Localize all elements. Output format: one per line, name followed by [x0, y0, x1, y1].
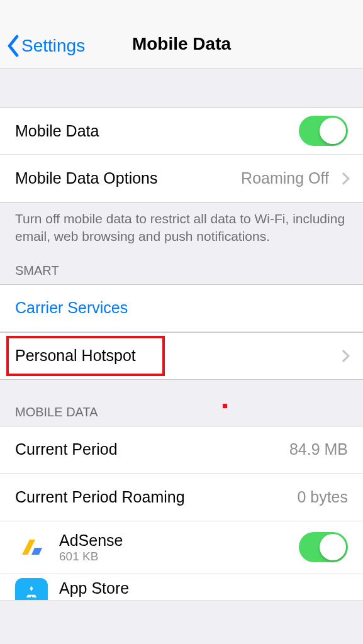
app-name: App Store: [59, 579, 348, 597]
mobile-data-label: Mobile Data: [15, 122, 299, 140]
mobile-data-options-detail: Roaming Off: [241, 169, 329, 187]
back-button[interactable]: Settings: [6, 35, 85, 57]
mobile-data-options-label: Mobile Data Options: [15, 169, 241, 187]
personal-hotspot-label: Personal Hotspot: [15, 347, 335, 365]
mobile-data-options-row[interactable]: Mobile Data Options Roaming Off: [0, 155, 363, 203]
current-period-row: Current Period 84.9 MB: [0, 426, 363, 474]
app-usage-row-appstore[interactable]: App Store: [0, 574, 363, 601]
app-usage-row-adsense[interactable]: AdSense 601 KB: [0, 521, 363, 574]
adsense-app-icon: [15, 531, 48, 564]
carrier-services-row[interactable]: Carrier Services: [0, 284, 363, 332]
app-name: AdSense: [59, 531, 299, 550]
current-period-roaming-value: 0 bytes: [297, 488, 348, 506]
mobile-data-row[interactable]: Mobile Data: [0, 107, 363, 155]
chevron-left-icon: [6, 35, 20, 57]
section-header-smart: SMART: [0, 246, 363, 284]
current-period-roaming-label: Current Period Roaming: [15, 488, 297, 506]
page-title: Mobile Data: [132, 34, 231, 54]
svg-marker-1: [31, 548, 42, 555]
mobile-data-toggle[interactable]: [299, 116, 348, 146]
current-period-value: 84.9 MB: [289, 440, 348, 458]
chevron-right-icon: [337, 350, 350, 362]
annotation-red-dot: [223, 404, 227, 408]
current-period-label: Current Period: [15, 440, 289, 458]
app-toggle[interactable]: [299, 532, 348, 562]
chevron-right-icon: [337, 172, 350, 185]
current-period-roaming-row: Current Period Roaming 0 bytes: [0, 474, 363, 521]
section-header-mobile-data: MOBILE DATA: [0, 380, 363, 426]
personal-hotspot-row[interactable]: Personal Hotspot: [0, 332, 363, 380]
section-footer: Turn off mobile data to restrict all dat…: [0, 203, 363, 246]
appstore-app-icon: [15, 578, 48, 601]
back-label: Settings: [21, 36, 85, 56]
carrier-services-label: Carrier Services: [15, 299, 348, 317]
app-usage: 601 KB: [59, 550, 299, 564]
nav-bar: Settings Mobile Data: [0, 0, 363, 69]
